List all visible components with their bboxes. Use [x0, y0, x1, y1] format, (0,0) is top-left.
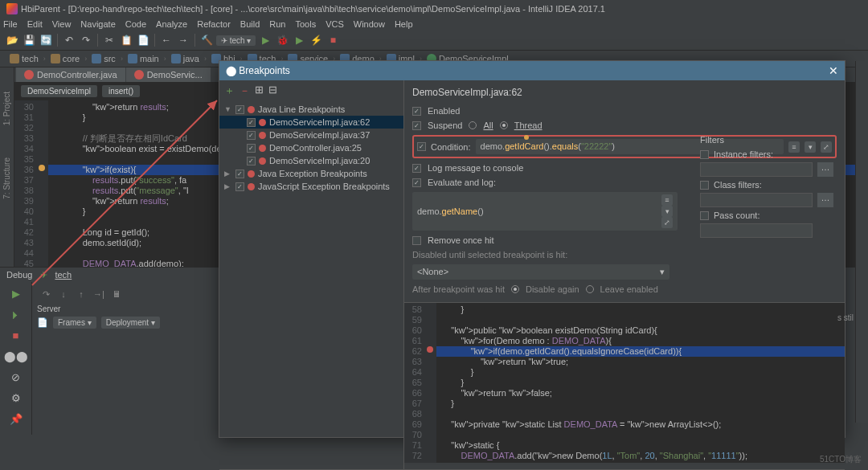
group-icon[interactable]: ⊞: [255, 84, 264, 98]
settings-icon[interactable]: ⚙: [8, 390, 24, 406]
menu-analyze[interactable]: Analyze: [156, 19, 187, 29]
menu-edit[interactable]: Edit: [27, 19, 43, 29]
project-tool-tab[interactable]: 1: Project: [2, 92, 11, 125]
left-tool-strip: 1: Project 7: Structure: [0, 67, 14, 267]
menu-vcs[interactable]: VCS: [326, 19, 344, 29]
eval-expand-icon[interactable]: ⤢: [661, 217, 673, 228]
tree-node[interactable]: DemoController.java:25: [219, 141, 403, 154]
build-icon[interactable]: 🔨: [199, 33, 214, 47]
leave-enabled-radio[interactable]: [586, 285, 594, 293]
step-into-icon[interactable]: ↓: [56, 287, 71, 301]
attach-icon[interactable]: ⚡: [309, 33, 323, 47]
tree-node[interactable]: DemoServiceImpl.java:20: [219, 154, 403, 167]
menu-build[interactable]: Build: [240, 19, 260, 29]
preview-gutter: [425, 303, 436, 463]
class-filters-checkbox[interactable]: [700, 181, 709, 190]
breakpoint-details: DemoServiceImpl.java:62 Enabled Suspend …: [404, 80, 845, 469]
pass-count-input[interactable]: [700, 223, 813, 238]
tree-node[interactable]: ▼Java Line Breakpoints: [219, 103, 403, 116]
structure-tool-tab[interactable]: 7: Structure: [2, 157, 11, 199]
pin-icon[interactable]: 📌: [8, 411, 24, 427]
resume-icon[interactable]: ⏵: [8, 306, 24, 322]
forward-icon[interactable]: →: [176, 33, 190, 47]
add-icon[interactable]: ＋: [224, 84, 235, 98]
stop-icon[interactable]: ■: [326, 33, 340, 47]
tree-node[interactable]: DemoServiceImpl.java:62: [219, 116, 403, 129]
breakpoint-tree-panel: ＋ － ⊞ ⊟ ▼Java Line BreakpointsDemoServic…: [219, 80, 404, 469]
stop-debug-icon[interactable]: ■: [8, 327, 24, 343]
instance-filters-checkbox[interactable]: [700, 150, 709, 159]
class-filters-browse[interactable]: …: [817, 193, 833, 207]
mute-breakpoints-icon[interactable]: ⊘: [8, 369, 24, 385]
paste-icon[interactable]: 📄: [136, 33, 150, 47]
step-out-icon[interactable]: ↑: [74, 287, 88, 301]
run-icon[interactable]: ▶: [258, 33, 272, 47]
crumb-tech[interactable]: tech: [6, 53, 42, 64]
eval-checkbox[interactable]: [412, 178, 421, 187]
class-filters-input[interactable]: [700, 193, 813, 207]
log-checkbox[interactable]: [412, 164, 421, 173]
tree-node[interactable]: ▶Java Exception Breakpoints: [219, 167, 403, 180]
back-icon[interactable]: ←: [159, 33, 174, 47]
breakpoint-tree[interactable]: ▼Java Line BreakpointsDemoServiceImpl.ja…: [219, 101, 403, 469]
open-icon[interactable]: 📂: [5, 33, 19, 47]
crumb-main[interactable]: main: [125, 53, 162, 64]
run-coverage-icon[interactable]: ▶: [292, 33, 306, 47]
class-chip[interactable]: DemoServiceImpl: [21, 85, 97, 97]
enabled-checkbox[interactable]: [412, 107, 421, 116]
crumb-src[interactable]: src: [88, 53, 119, 64]
undo-icon[interactable]: ↶: [62, 33, 76, 47]
menu-file[interactable]: File: [3, 19, 18, 29]
view-breakpoints-icon[interactable]: ⬤⬤: [8, 348, 24, 364]
editor-tab[interactable]: DemoServic...: [126, 67, 211, 82]
cut-icon[interactable]: ✂: [102, 33, 117, 47]
menu-tools[interactable]: Tools: [295, 19, 316, 29]
debug-config[interactable]: tech: [55, 270, 72, 280]
instance-filters-input[interactable]: [700, 162, 813, 177]
tree-icon[interactable]: ⊟: [268, 84, 277, 98]
remove-icon[interactable]: －: [240, 84, 250, 98]
save-icon[interactable]: 💾: [22, 33, 36, 47]
step-over-icon[interactable]: ↷: [39, 287, 53, 301]
frames-dropdown[interactable]: Frames ▾: [53, 317, 96, 329]
gutter[interactable]: [37, 100, 48, 267]
run-to-cursor-icon[interactable]: →|: [92, 287, 106, 301]
crumb-core[interactable]: core: [47, 53, 83, 64]
menu-window[interactable]: Window: [354, 19, 385, 29]
disabled-until-select[interactable]: <None>▾: [412, 264, 669, 280]
remove-once-checkbox[interactable]: [412, 236, 421, 245]
editor-tab[interactable]: DemoController.java: [16, 67, 125, 82]
menu-code[interactable]: Code: [125, 19, 146, 29]
rerun-icon[interactable]: ▶: [8, 285, 24, 301]
menu-help[interactable]: Help: [395, 19, 413, 29]
run-config-selector[interactable]: ✈ tech ▾: [216, 35, 256, 46]
menu-run[interactable]: Run: [269, 19, 285, 29]
menu-refactor[interactable]: Refactor: [197, 19, 231, 29]
suspend-checkbox[interactable]: [412, 121, 421, 130]
debug-label[interactable]: Debug: [6, 270, 32, 280]
disable-again-radio[interactable]: [511, 285, 519, 293]
menu-navigate[interactable]: Navigate: [80, 19, 115, 29]
refresh-icon[interactable]: 🔄: [39, 33, 53, 47]
copy-icon[interactable]: 📋: [119, 33, 133, 47]
menu-view[interactable]: View: [52, 19, 72, 29]
deploy-dropdown[interactable]: Deployment ▾: [101, 317, 160, 329]
eval-history-icon[interactable]: ≡: [661, 194, 673, 206]
redo-icon[interactable]: ↷: [79, 33, 93, 47]
condition-checkbox[interactable]: [417, 142, 426, 151]
dialog-title-bar[interactable]: ⬤ Breakpoints ✕: [219, 61, 845, 80]
tree-node[interactable]: DemoServiceImpl.java:37: [219, 129, 403, 141]
tree-node[interactable]: ▶JavaScript Exception Breakpoints: [219, 180, 403, 193]
eval-dropdown-icon[interactable]: ▾: [661, 206, 673, 217]
server-tab[interactable]: Server: [37, 304, 60, 313]
all-radio[interactable]: [469, 121, 477, 129]
eval-input[interactable]: demo.getName() ≡ ▾ ⤢: [412, 192, 678, 231]
crumb-java[interactable]: java: [168, 53, 203, 64]
close-icon[interactable]: ✕: [829, 64, 838, 77]
debug-icon[interactable]: 🐞: [275, 33, 289, 47]
instance-filters-browse[interactable]: …: [817, 162, 833, 177]
method-chip[interactable]: insert(): [102, 85, 140, 97]
thread-radio[interactable]: [500, 121, 508, 129]
pass-count-checkbox[interactable]: [700, 211, 709, 220]
evaluate-icon[interactable]: 🖩: [109, 287, 124, 301]
